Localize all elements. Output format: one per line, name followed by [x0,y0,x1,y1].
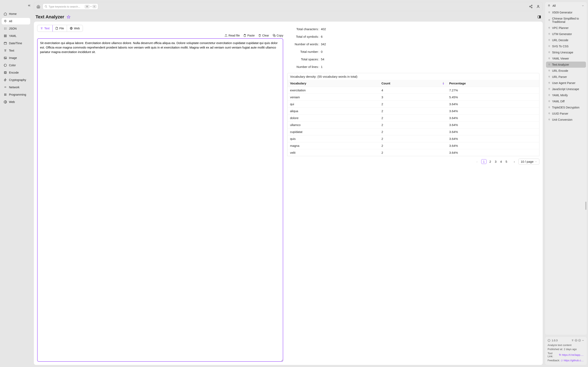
svg-point-11 [531,5,532,6]
next-page-button[interactable]: › [512,159,516,164]
pin-icon [548,11,550,14]
nav-icon [4,86,7,89]
tool-item[interactable]: YAML Diff [546,98,586,104]
text-input[interactable] [37,38,283,362]
nav-icon [4,12,7,16]
page-number[interactable]: 3 [494,159,497,164]
clear-button[interactable]: Clear [258,34,269,37]
nav-item-cryptography[interactable]: Cryptography [2,77,30,83]
message-icon[interactable] [561,359,563,362]
nav-icon [4,34,7,38]
read-file-button[interactable]: Read file [225,34,240,37]
tool-link[interactable]: https://t.he3app.co… [562,353,584,356]
search-box[interactable]: ⌘ + K [43,3,98,9]
pin-icon [548,63,550,66]
nav-item-date-time[interactable]: Date/Time [2,40,30,47]
nav-item-all[interactable]: All [2,18,30,25]
cell-count: 2 [379,122,447,128]
tool-item[interactable]: URL Encode [546,68,586,74]
tool-item-label: YAML Diff [552,100,564,103]
tool-item[interactable]: UUID Parser [546,110,586,117]
cell-vocab: magna [287,142,379,149]
pin-icon [548,51,550,54]
collapse-sidebar-button[interactable] [27,4,31,7]
nav-icon [4,100,7,104]
tool-item[interactable]: URL Parser [546,74,586,80]
tool-info: 1.0.3 Analyze text content Published at:… [545,337,587,365]
pin-icon [548,118,550,121]
tool-item-label: UTM Generator [552,33,572,36]
page-number[interactable]: 4 [499,159,503,164]
svg-rect-8 [4,72,7,74]
tool-item[interactable]: X509 Generator [546,9,586,16]
page-number[interactable]: 2 [489,159,492,164]
nav-item-yaml[interactable]: YAML [2,33,30,39]
chevron-down-icon[interactable] [582,339,584,342]
copy-link-icon[interactable] [559,354,561,356]
tool-item[interactable]: YAML Minify [546,92,586,98]
nav-item-image[interactable]: Image [2,55,30,61]
tool-item[interactable]: SVG To CSS [546,43,586,49]
page-number[interactable]: 1 [481,159,486,164]
nav-item-color[interactable]: Color [2,62,30,68]
cell-percentage: 3.64% [447,142,539,149]
user-icon[interactable] [536,5,540,8]
tab-label: Text [44,27,50,30]
tab-text[interactable]: Text [37,25,53,32]
tool-item[interactable]: VPC Planner [546,25,586,31]
tool-item[interactable]: YAML Viewer [546,55,586,62]
tool-item[interactable]: User Agent Parser [546,80,586,86]
cell-count: 2 [379,128,447,135]
input-tabs: Text File Web [37,25,83,32]
trash-icon [258,34,261,37]
feedback-link[interactable]: https://github.com/… [564,359,584,362]
col-count[interactable]: Count ▲▼ [379,80,447,87]
col-vocabulary[interactable]: Vocabulary [287,80,379,87]
nav-icon [4,49,7,52]
nav-item-programming[interactable]: Programming [2,91,30,98]
share-icon[interactable] [529,5,533,8]
tool-item-label: VPC Planner [552,26,569,30]
tool-item[interactable]: Text Analyzer [546,62,586,68]
favorite-button[interactable] [67,15,70,19]
nav-item-encode[interactable]: Encode [2,69,30,76]
search-input[interactable] [49,5,84,8]
tool-item[interactable]: URL Decode [546,37,586,43]
tool-item[interactable]: JavaScript Unescape [546,86,586,92]
tab-file[interactable]: File [52,25,67,32]
nav-item-web[interactable]: Web [2,99,30,105]
table-row: exercitation47.27% [287,87,539,94]
nav-item-network[interactable]: Network [2,84,30,91]
paste-button[interactable]: Paste [243,34,255,37]
panel-toggle-icon[interactable] [537,15,541,19]
table-row: ullamco23.64% [287,122,539,128]
stat-label: Total number [287,50,318,53]
tool-item[interactable]: Unit Conversion [546,117,586,123]
tool-item-label: URL Decode [552,39,568,42]
page-size-select[interactable]: 10 / page [518,159,539,165]
nav-item-home[interactable]: Home [2,11,30,17]
copy-button[interactable]: Copy [273,34,283,37]
table-row: velit23.64% [287,149,539,156]
stat-row: Number of lines:1 [287,63,539,71]
nav-item-text[interactable]: Text [2,47,30,54]
pin-icon [548,33,550,35]
content-card: Text File Web Read file [34,22,543,365]
col-percentage[interactable]: Percentage [447,80,539,87]
tool-item[interactable]: String Unescape [546,49,586,55]
pagination: ‹ 12345 › 10 / page [287,159,539,165]
tool-item[interactable]: UTM Generator [546,31,586,37]
nav-item-json[interactable]: JSON [2,25,30,32]
page-number[interactable]: 5 [505,159,508,164]
cell-vocab: exercitation [287,87,379,94]
page-title: Text Analyzer [35,14,64,20]
tool-item[interactable]: Chinese Simplified to Traditional [546,16,586,25]
cell-vocab: qui [287,101,379,108]
tab-web[interactable]: Web [67,25,83,32]
scrollbar-thumb[interactable] [585,202,586,210]
tool-item[interactable]: TripleDES Decryption [546,104,586,110]
home-icon[interactable] [36,5,40,8]
svg-rect-17 [539,16,541,18]
filter-all[interactable]: All [545,2,587,9]
prev-page-button[interactable]: ‹ [475,159,479,164]
